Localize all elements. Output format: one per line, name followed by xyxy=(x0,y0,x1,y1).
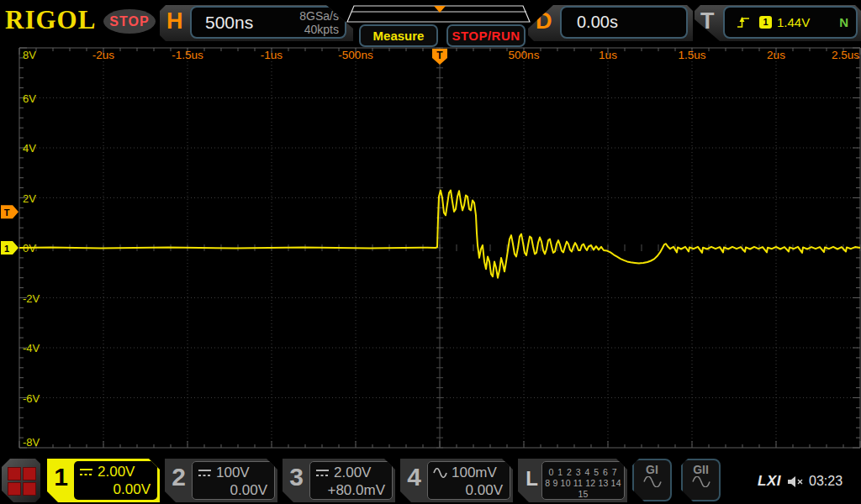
sine-wave-icon xyxy=(642,476,663,487)
lxi-logo: LXI xyxy=(758,473,781,490)
channel-number: 1 xyxy=(47,463,75,491)
menu-button[interactable] xyxy=(2,459,40,502)
logic-channels-box: 0 1 2 3 4 5 6 7 8 9 10 11 12 13 14 15 xyxy=(541,461,625,500)
volt-axis-label: -6V xyxy=(23,392,40,405)
svg-text:T: T xyxy=(436,50,443,61)
timebase-value: 500ns xyxy=(205,13,253,33)
acquisition-status-badge: STOP xyxy=(103,9,156,34)
channel-readout-box: 2.00V+80.0mV xyxy=(309,461,393,500)
memory-depth: 40kpts xyxy=(299,23,339,36)
dc-coupling-icon xyxy=(79,467,93,477)
clock: 03:23 xyxy=(809,474,843,489)
volt-axis-label: 4V xyxy=(23,142,36,155)
channel-offset: 0.00V xyxy=(428,482,510,499)
time-axis-label: 1us xyxy=(599,49,617,61)
trigger-mode-indicator: N xyxy=(839,15,848,29)
volt-axis-label: -4V xyxy=(23,342,40,354)
generator-2-label: GII xyxy=(693,463,709,476)
volt-axis-label: 2V xyxy=(23,192,36,205)
measure-button[interactable]: Measure xyxy=(359,24,438,47)
channel-shape: 4100mV0.00V xyxy=(400,459,513,502)
delay-value: 0.00s xyxy=(577,13,618,32)
channel-shape: 12.00V0.00V xyxy=(47,459,160,502)
time-axis-label: 1.5us xyxy=(678,49,705,61)
menu-grid-icon xyxy=(23,482,36,496)
generator-2-button[interactable]: GII xyxy=(681,459,721,501)
channel-scale: 100mV xyxy=(452,465,497,481)
logic-row-0-7: 0 1 2 3 4 5 6 7 xyxy=(542,467,624,478)
channel-offset: +80.0mV xyxy=(310,482,392,499)
trigger-position-marker[interactable]: T xyxy=(432,49,447,65)
channel-shape: 2100V0.00V xyxy=(165,459,277,502)
dc-coupling-icon xyxy=(198,468,212,478)
channel-number: 2 xyxy=(165,463,193,491)
time-axis-label: -1.5us xyxy=(172,49,203,61)
channel-number: 4 xyxy=(400,463,428,491)
channel-scale: 100V xyxy=(216,465,250,481)
trigger-level-marker[interactable]: T xyxy=(1,205,18,218)
trigger-slope-icon xyxy=(737,16,751,29)
menu-grid-icon xyxy=(8,482,21,496)
time-axis-label: -500ns xyxy=(338,49,373,61)
horizontal-label: H xyxy=(166,8,183,34)
channel-block-3[interactable]: 32.00V+80.0mV xyxy=(283,459,395,502)
channel1-zero-marker[interactable]: 1 xyxy=(1,241,18,255)
channel-offset: 0.00V xyxy=(193,482,274,499)
horizontal-timebase-block[interactable]: H 500ns 8GSa/s 40kpts xyxy=(160,5,353,41)
ac-coupling-icon xyxy=(433,468,447,478)
svg-text:T: T xyxy=(4,207,10,218)
channel-scale: 2.00V xyxy=(98,464,135,480)
svg-text:1: 1 xyxy=(4,244,9,254)
trigger-inset: 1 1.44V N xyxy=(723,6,858,39)
volt-axis-label: 8V xyxy=(23,49,36,61)
time-axis-label: 2us xyxy=(767,49,785,61)
trigger-level-value: 1.44V xyxy=(777,15,810,29)
channel-readout-box: 100V0.00V xyxy=(192,461,275,500)
oscilloscope-screen: 8V6V4V2V0V-2V-4V-6V-8V-2us-1.5us-1us-500… xyxy=(0,0,861,504)
time-axis-label: -1us xyxy=(261,49,283,61)
delay-inset: 0.00s xyxy=(560,6,688,39)
volt-axis-label: -8V xyxy=(23,436,40,449)
channel-block-4[interactable]: 4100mV0.00V xyxy=(400,459,513,502)
stop-run-button[interactable]: STOP/RUN xyxy=(446,24,526,47)
trigger-source-badge: 1 xyxy=(759,16,772,29)
sample-rate-stack: 8GSa/s 40kpts xyxy=(299,9,339,36)
sample-rate: 8GSa/s xyxy=(299,9,339,23)
time-axis-label: 500ns xyxy=(509,49,540,61)
timebase-inset: 500ns 8GSa/s 40kpts xyxy=(190,6,346,39)
volt-axis-label: -2V xyxy=(23,292,40,305)
channel-block-1[interactable]: 12.00V0.00V xyxy=(47,459,160,502)
menu-grid-icon xyxy=(23,467,36,480)
channel-number: 3 xyxy=(283,463,310,491)
menu-grid-icon xyxy=(8,467,21,480)
dc-coupling-icon xyxy=(315,468,330,478)
rigol-logo: RIGOL xyxy=(5,5,96,35)
channel-shape: 32.00V+80.0mV xyxy=(283,459,395,502)
trigger-block[interactable]: T 1 1.44V N xyxy=(695,5,861,41)
channel-scale: 2.00V xyxy=(334,465,371,481)
generator-1-label: GI xyxy=(646,463,658,476)
delay-block[interactable]: D 0.00s xyxy=(528,5,693,41)
graticule-canvas: 8V6V4V2V0V-2V-4V-6V-8V-2us-1.5us-1us-500… xyxy=(0,0,861,504)
logic-block-shape: L 0 1 2 3 4 5 6 7 8 9 10 11 12 13 14 15 xyxy=(518,459,627,502)
waveform-memory-preview[interactable] xyxy=(343,4,535,26)
volt-axis-label: 6V xyxy=(23,92,36,105)
sine-wave-icon xyxy=(691,476,711,487)
generator-1-button[interactable]: GI xyxy=(632,459,672,501)
channel-offset: 0.00V xyxy=(74,481,157,498)
speaker-muted-icon xyxy=(787,475,806,489)
time-axis-label: 2.5us xyxy=(832,49,859,61)
logic-analyzer-block[interactable]: L 0 1 2 3 4 5 6 7 8 9 10 11 12 13 14 15 xyxy=(518,459,627,502)
time-axis-label: -2us xyxy=(92,49,115,61)
logic-row-8-15: 8 9 10 11 12 13 14 15 xyxy=(542,478,624,500)
channel-readout-box: 100mV0.00V xyxy=(427,461,510,500)
channel-readout-box: 2.00V0.00V xyxy=(74,461,157,500)
channel-block-2[interactable]: 2100V0.00V xyxy=(165,459,277,502)
